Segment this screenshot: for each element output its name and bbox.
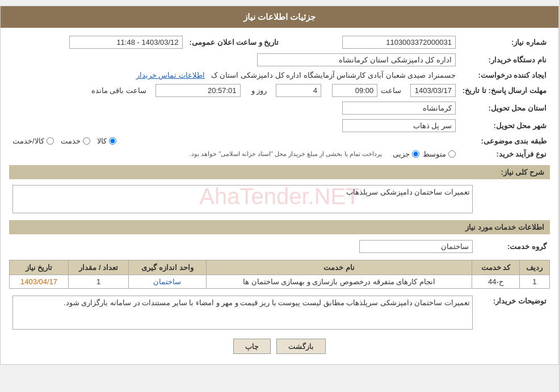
radio-khedmat-input[interactable] (83, 137, 90, 145)
cell-name: انجام کارهای متفرقه درخصوص بازسازی و بهس… (206, 275, 472, 289)
need-desc-value: تعمیرات ساختمان دامپزشکی سرپلذهاب (9, 183, 476, 216)
radio-kala: کالا (97, 137, 116, 145)
row-purchase-type: نوع فرآیند خرید: متوسط جزیی پرداخت تمام … (9, 147, 550, 161)
announcement-label: تاریخ و ساعت اعلان عمومی: (186, 33, 283, 51)
province-value: کرمانشاه (9, 99, 459, 117)
print-button[interactable]: چاپ (233, 339, 271, 354)
purchase-note: پرداخت تمام یا بخشی از مبلغ خریداز محل "… (190, 150, 382, 158)
radio-kala-khedmat-input[interactable] (47, 137, 54, 145)
service-group-row: گروه خدمت: ساختمان (9, 238, 550, 255)
buyer-notes-box[interactable]: تعمیرات ساختمان دامپزشکی سرپلذهاب مطابق … (12, 296, 473, 330)
time-label: ساعت (381, 86, 401, 95)
buyer-org-label: نام دستگاه خریدار: (459, 51, 550, 69)
radio-motavasет-input[interactable] (448, 150, 456, 158)
announcement-value: 1403/03/12 - 11:48 (9, 33, 186, 51)
city-value: سر پل ذهاب (9, 117, 459, 134)
page-header: جزئیات اطلاعات نیاز (1, 6, 558, 28)
row-buyer-org: نام دستگاه خریدار: اداره کل دامپزشکی است… (9, 51, 550, 69)
category-label: طبقه بندی موضوعی: (459, 134, 550, 147)
buyer-org-value: اداره کل دامپزشکی استان کرمانشاه (9, 51, 459, 69)
cell-date: 1403/04/17 (10, 275, 69, 289)
creator-link[interactable]: اطلاعات تماس خریدار (136, 71, 205, 79)
city-box: سر پل ذهاب (342, 119, 456, 132)
empty-label-cell (476, 183, 550, 216)
col-name: نام خدمت (206, 260, 472, 275)
buyer-notes-value: تعمیرات ساختمان دامپزشکی سرپلذهاب مطابق … (9, 293, 476, 332)
cell-row-num: 1 (519, 275, 549, 289)
radio-kala-input[interactable] (109, 137, 116, 145)
radio-motavasет-label: متوسط (423, 150, 446, 158)
radio-jozi: جزیی (393, 150, 419, 158)
service-group-label: گروه خدمت: (476, 238, 550, 255)
radio-khedmat-label: خدمت (61, 137, 81, 145)
deadline-date-box: 1403/03/17 (410, 84, 456, 97)
col-unit: واحد اندازه گیری (129, 260, 206, 275)
radio-jozi-input[interactable] (412, 150, 419, 158)
services-section-header: اطلاعات خدمات مورد نیاز (9, 220, 550, 234)
main-content: AhaTender.NET شماره نیاز: 11030033720000… (1, 28, 558, 364)
services-section-label: اطلاعات خدمات مورد نیاز (465, 223, 544, 231)
col-row-num: ردیف (519, 260, 549, 275)
deadline-time-box: 09:00 (332, 84, 377, 97)
radio-motavaseт: متوسط (423, 150, 456, 158)
deadline-remaining-box: 20:57:01 (155, 84, 241, 97)
buyer-notes-table: توضیحات خریدار: تعمیرات ساختمان دامپزشکی… (9, 293, 550, 332)
radio-khedmat: خدمت (61, 137, 90, 145)
service-group-box: ساختمان (359, 240, 473, 253)
col-qty: تعداد / مقدار (69, 260, 129, 275)
radio-kala-khedmat: کالا/خدمت (12, 137, 54, 145)
need-desc-row: تعمیرات ساختمان دامپزشکی سرپلذهاب (9, 183, 550, 216)
creator-label: ایجاد کننده درخواست: (459, 69, 550, 82)
services-table-head: ردیف کد خدمت نام خدمت واحد اندازه گیری ت… (10, 260, 550, 275)
need-number-box: 1103003372000031 (342, 36, 456, 49)
need-number-value: 1103003372000031 (282, 33, 459, 51)
service-group-value: ساختمان (9, 238, 476, 255)
day-label: روز و (251, 86, 267, 95)
col-code: کد خدمت (472, 260, 519, 275)
deadline-label: مهلت ارسال پاسخ: تا تاریخ: (459, 82, 550, 99)
purchase-type-row: متوسط جزیی پرداخت تمام یا بخشی از مبلغ خ… (9, 147, 459, 161)
buyer-org-box: اداره کل دامپزشکی استان کرمانشاه (257, 53, 456, 66)
button-row: چاپ بازگشت (9, 339, 550, 354)
row-deadline: مهلت ارسال پاسخ: تا تاریخ: 1403/03/17 سا… (9, 82, 550, 99)
row-category: طبقه بندی موضوعی: کالا/خدمت خدمت کالا (9, 134, 550, 147)
category-radios: کالا/خدمت خدمت کالا (9, 134, 459, 147)
services-table: ردیف کد خدمت نام خدمت واحد اندازه گیری ت… (9, 260, 550, 289)
row-need-number: شماره نیاز: 1103003372000031 تاریخ و ساع… (9, 33, 550, 51)
cell-code: ح-44 (472, 275, 519, 289)
need-description-section: شرح کلی نیاز: (9, 165, 550, 179)
radio-kala-label: کالا (97, 137, 107, 145)
deadline-row: 1403/03/17 ساعت 09:00 4 روز و 20:57:01 س… (9, 82, 459, 99)
services-table-body: 1 ح-44 انجام کارهای متفرقه درخصوص بازساز… (10, 275, 550, 289)
page-wrapper: جزئیات اطلاعات نیاز AhaTender.NET شماره … (0, 6, 559, 365)
services-table-header-row: ردیف کد خدمت نام خدمت واحد اندازه گیری ت… (10, 260, 550, 275)
radio-kala-khedmat-label: کالا/خدمت (12, 137, 44, 145)
need-description-label: شرح کلی نیاز: (501, 168, 544, 176)
purchase-type-label: نوع فرآیند خرید: (459, 147, 550, 161)
cell-qty: 1 (69, 275, 129, 289)
buyer-notes-label: توضیحات خریدار: (476, 293, 550, 332)
province-label: استان محل تحویل: (459, 99, 550, 117)
need-desc-box[interactable]: تعمیرات ساختمان دامپزشکی سرپلذهاب (12, 185, 473, 213)
creator-text: جسمنراد صیدی شعبان آبادی کارشناس آزمایشگ… (211, 71, 456, 79)
col-date: تاریخ نیاز (10, 260, 69, 275)
need-number-label: شماره نیاز: (459, 33, 550, 51)
remaining-label: ساعت باقی مانده (91, 86, 146, 95)
deadline-days-box: 4 (276, 84, 321, 97)
radio-jozi-label: جزیی (393, 150, 410, 158)
row-creator: ایجاد کننده درخواست: جسمنراد صیدی شعبان … (9, 69, 550, 82)
header-title: جزئیات اطلاعات نیاز (243, 12, 316, 22)
need-desc-table: تعمیرات ساختمان دامپزشکی سرپلذهاب (9, 183, 550, 216)
info-table: شماره نیاز: 1103003372000031 تاریخ و ساع… (9, 33, 550, 161)
row-province: استان محل تحویل: کرمانشاه (9, 99, 550, 117)
province-box: کرمانشاه (342, 102, 456, 115)
creator-value: جسمنراد صیدی شعبان آبادی کارشناس آزمایشگ… (9, 69, 459, 82)
city-label: شهر محل تحویل: (459, 117, 550, 134)
back-button[interactable]: بازگشت (276, 339, 326, 354)
row-city: شهر محل تحویل: سر پل ذهاب (9, 117, 550, 134)
cell-unit: ساختمان (129, 275, 206, 289)
announcement-box: 1403/03/12 - 11:48 (69, 36, 183, 49)
table-row: 1 ح-44 انجام کارهای متفرقه درخصوص بازساز… (10, 275, 550, 289)
service-group-table: گروه خدمت: ساختمان (9, 238, 550, 255)
buyer-notes-row: توضیحات خریدار: تعمیرات ساختمان دامپزشکی… (9, 293, 550, 332)
